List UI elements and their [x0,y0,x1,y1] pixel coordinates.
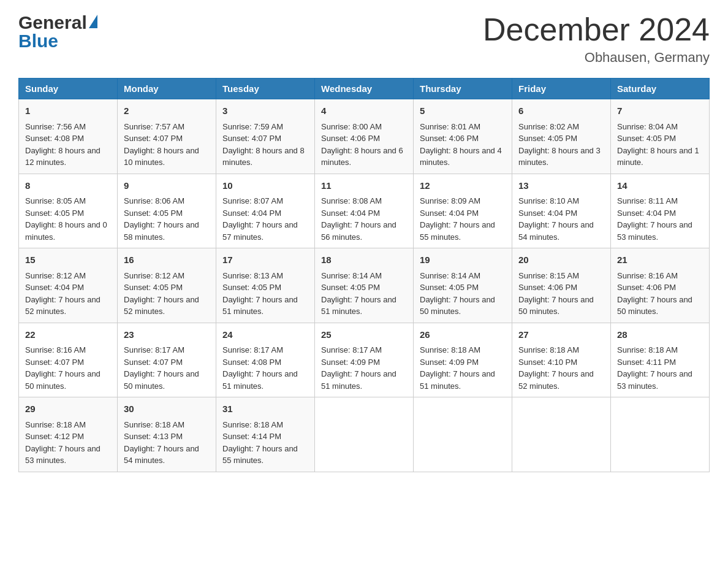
day-number: 16 [124,253,210,267]
calendar-cell: 27Sunrise: 8:18 AMSunset: 4:10 PMDayligh… [512,323,611,397]
day-info: Sunrise: 8:17 AMSunset: 4:09 PMDaylight:… [321,345,396,391]
day-number: 2 [124,104,210,118]
calendar-cell: 13Sunrise: 8:10 AMSunset: 4:04 PMDayligh… [512,174,611,248]
day-number: 4 [321,104,407,118]
day-info: Sunrise: 8:18 AMSunset: 4:09 PMDaylight:… [420,345,495,391]
day-number: 5 [420,104,506,118]
calendar-cell: 30Sunrise: 8:18 AMSunset: 4:13 PMDayligh… [118,397,216,472]
day-number: 10 [222,179,308,193]
calendar-cell [611,397,710,472]
day-info: Sunrise: 8:18 AMSunset: 4:13 PMDaylight:… [124,420,199,465]
logo-general-text: General [18,12,87,33]
day-number: 19 [420,253,506,267]
day-info: Sunrise: 8:12 AMSunset: 4:05 PMDaylight:… [124,271,199,316]
calendar-cell: 19Sunrise: 8:14 AMSunset: 4:05 PMDayligh… [414,248,512,323]
day-info: Sunrise: 8:15 AMSunset: 4:06 PMDaylight:… [518,271,594,316]
day-info: Sunrise: 8:16 AMSunset: 4:07 PMDaylight:… [25,345,100,391]
day-info: Sunrise: 8:16 AMSunset: 4:06 PMDaylight:… [617,271,692,316]
calendar-cell: 28Sunrise: 8:18 AMSunset: 4:11 PMDayligh… [611,323,710,397]
week-row-2: 8Sunrise: 8:05 AMSunset: 4:05 PMDaylight… [19,174,710,248]
day-info: Sunrise: 8:08 AMSunset: 4:04 PMDaylight:… [321,196,396,242]
day-info: Sunrise: 7:59 AMSunset: 4:07 PMDaylight:… [222,122,305,167]
col-tuesday: Tuesday [216,79,315,99]
col-saturday: Saturday [611,79,710,99]
day-number: 9 [124,179,210,193]
day-info: Sunrise: 7:56 AMSunset: 4:08 PMDaylight:… [25,122,100,167]
week-row-4: 22Sunrise: 8:16 AMSunset: 4:07 PMDayligh… [19,323,710,397]
calendar-cell: 20Sunrise: 8:15 AMSunset: 4:06 PMDayligh… [512,248,611,323]
col-thursday: Thursday [414,79,512,99]
day-number: 17 [222,253,308,267]
day-number: 30 [124,402,210,416]
month-title: December 2024 [483,12,710,47]
calendar-cell [315,397,414,472]
day-number: 1 [25,104,111,118]
calendar-cell: 17Sunrise: 8:13 AMSunset: 4:05 PMDayligh… [216,248,315,323]
day-number: 7 [617,104,703,118]
calendar-cell: 2Sunrise: 7:57 AMSunset: 4:07 PMDaylight… [118,99,216,174]
week-row-5: 29Sunrise: 8:18 AMSunset: 4:12 PMDayligh… [19,397,710,472]
day-number: 8 [25,179,111,193]
day-info: Sunrise: 8:06 AMSunset: 4:05 PMDaylight:… [124,196,199,242]
day-info: Sunrise: 8:14 AMSunset: 4:05 PMDaylight:… [420,271,495,316]
day-number: 24 [222,328,308,342]
day-number: 23 [124,328,210,342]
calendar-cell: 3Sunrise: 7:59 AMSunset: 4:07 PMDaylight… [216,99,315,174]
calendar-cell: 21Sunrise: 8:16 AMSunset: 4:06 PMDayligh… [611,248,710,323]
calendar-cell: 26Sunrise: 8:18 AMSunset: 4:09 PMDayligh… [414,323,512,397]
calendar-cell: 1Sunrise: 7:56 AMSunset: 4:08 PMDaylight… [19,99,118,174]
calendar-cell [512,397,611,472]
calendar-table: Sunday Monday Tuesday Wednesday Thursday… [18,78,710,472]
day-info: Sunrise: 8:18 AMSunset: 4:12 PMDaylight:… [25,420,100,465]
col-friday: Friday [512,79,611,99]
logo: General Blue [18,12,97,52]
calendar-cell: 16Sunrise: 8:12 AMSunset: 4:05 PMDayligh… [118,248,216,323]
week-row-1: 1Sunrise: 7:56 AMSunset: 4:08 PMDaylight… [19,99,710,174]
day-number: 12 [420,179,506,193]
calendar-cell: 4Sunrise: 8:00 AMSunset: 4:06 PMDaylight… [315,99,414,174]
day-number: 27 [518,328,604,342]
calendar-cell: 15Sunrise: 8:12 AMSunset: 4:04 PMDayligh… [19,248,118,323]
day-info: Sunrise: 8:18 AMSunset: 4:11 PMDaylight:… [617,345,692,391]
day-number: 14 [617,179,703,193]
calendar-cell: 10Sunrise: 8:07 AMSunset: 4:04 PMDayligh… [216,174,315,248]
day-number: 29 [25,402,111,416]
week-row-3: 15Sunrise: 8:12 AMSunset: 4:04 PMDayligh… [19,248,710,323]
calendar-cell: 12Sunrise: 8:09 AMSunset: 4:04 PMDayligh… [414,174,512,248]
day-info: Sunrise: 8:01 AMSunset: 4:06 PMDaylight:… [420,122,502,167]
calendar-cell: 5Sunrise: 8:01 AMSunset: 4:06 PMDaylight… [414,99,512,174]
day-number: 26 [420,328,506,342]
day-info: Sunrise: 8:17 AMSunset: 4:07 PMDaylight:… [124,345,199,391]
calendar-cell: 31Sunrise: 8:18 AMSunset: 4:14 PMDayligh… [216,397,315,472]
col-monday: Monday [118,79,216,99]
day-number: 11 [321,179,407,193]
calendar-cell [414,397,512,472]
day-number: 28 [617,328,703,342]
calendar-cell: 23Sunrise: 8:17 AMSunset: 4:07 PMDayligh… [118,323,216,397]
col-sunday: Sunday [19,79,118,99]
header-row: Sunday Monday Tuesday Wednesday Thursday… [19,79,710,99]
calendar-cell: 11Sunrise: 8:08 AMSunset: 4:04 PMDayligh… [315,174,414,248]
day-info: Sunrise: 8:10 AMSunset: 4:04 PMDaylight:… [518,196,594,242]
page-header: General Blue December 2024 Obhausen, Ger… [18,12,710,66]
day-number: 3 [222,104,308,118]
day-info: Sunrise: 8:18 AMSunset: 4:10 PMDaylight:… [518,345,594,391]
calendar-cell: 18Sunrise: 8:14 AMSunset: 4:05 PMDayligh… [315,248,414,323]
calendar-cell: 8Sunrise: 8:05 AMSunset: 4:05 PMDaylight… [19,174,118,248]
logo-blue-text: Blue [18,31,97,52]
day-number: 31 [222,402,308,416]
day-info: Sunrise: 7:57 AMSunset: 4:07 PMDaylight:… [124,122,199,167]
day-info: Sunrise: 8:13 AMSunset: 4:05 PMDaylight:… [222,271,298,316]
day-info: Sunrise: 8:12 AMSunset: 4:04 PMDaylight:… [25,271,100,316]
day-info: Sunrise: 8:04 AMSunset: 4:05 PMDaylight:… [617,122,699,167]
day-number: 22 [25,328,111,342]
day-info: Sunrise: 8:02 AMSunset: 4:05 PMDaylight:… [518,122,601,167]
calendar-cell: 25Sunrise: 8:17 AMSunset: 4:09 PMDayligh… [315,323,414,397]
day-info: Sunrise: 8:11 AMSunset: 4:04 PMDaylight:… [617,196,692,242]
day-info: Sunrise: 8:00 AMSunset: 4:06 PMDaylight:… [321,122,403,167]
calendar-cell: 7Sunrise: 8:04 AMSunset: 4:05 PMDaylight… [611,99,710,174]
day-number: 25 [321,328,407,342]
day-info: Sunrise: 8:09 AMSunset: 4:04 PMDaylight:… [420,196,495,242]
day-info: Sunrise: 8:17 AMSunset: 4:08 PMDaylight:… [222,345,298,391]
day-info: Sunrise: 8:05 AMSunset: 4:05 PMDaylight:… [25,196,107,242]
